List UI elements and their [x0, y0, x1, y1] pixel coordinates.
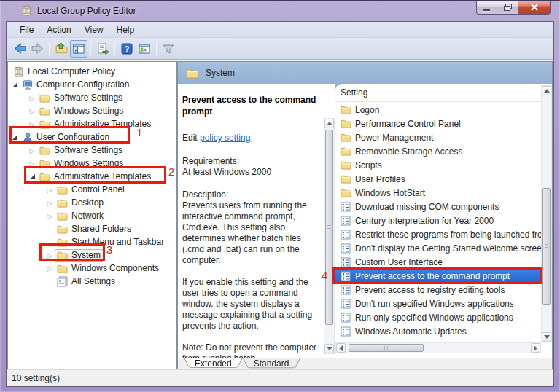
collapse-icon[interactable]	[9, 79, 20, 90]
tree-item-shared-folders[interactable]: Shared Folders	[8, 222, 176, 235]
expand-icon[interactable]: ▷	[27, 144, 37, 156]
list-item-don-t-run-specified-windows-applications[interactable]: Don't run specified Windows applications	[335, 297, 541, 310]
tree-item-administrative-templates[interactable]: ▷Administrative Templates	[8, 117, 176, 130]
expand-icon[interactable]: ▷	[27, 105, 37, 117]
expand-icon[interactable]: ▷	[27, 118, 37, 130]
menu-action[interactable]: Action	[40, 23, 77, 36]
folder-icon	[339, 188, 352, 197]
description-paragraph: If you enable this setting and the user …	[182, 277, 322, 332]
scroll-up-button[interactable]	[542, 86, 551, 95]
filter-button[interactable]	[160, 40, 177, 58]
console-tree-pane[interactable]: Local Computer PolicyComputer Configurat…	[7, 61, 177, 369]
tree-item-software-settings[interactable]: ▷Software Settings	[8, 144, 176, 157]
description-text: Prevents users from running the interact…	[182, 200, 322, 358]
collapse-icon[interactable]	[27, 170, 37, 182]
scroll-right-button[interactable]	[531, 343, 540, 353]
tree-item-desktop[interactable]: ▷Desktop	[8, 196, 176, 209]
tree-item-system[interactable]: ▷System	[8, 248, 176, 262]
help-button[interactable]: ?	[118, 40, 136, 58]
tree-item-administrative-templates[interactable]: Administrative Templates	[8, 170, 176, 183]
description-scrollbar[interactable]	[324, 118, 335, 354]
menu-view[interactable]: View	[78, 23, 110, 36]
folder-icon	[38, 106, 52, 116]
tree-item-label: Desktop	[69, 197, 104, 208]
tab-extended[interactable]: Extended	[184, 358, 243, 370]
back-arrow-icon	[13, 42, 27, 55]
console-tree-toggle-button[interactable]	[70, 40, 88, 58]
list-item-windows-automatic-updates[interactable]: Windows Automatic Updates	[335, 324, 541, 338]
show-window-button[interactable]	[136, 40, 153, 58]
status-bar: 10 setting(s)	[7, 369, 553, 386]
tree-item-start-menu-and-taskbar[interactable]: Start Menu and Taskbar	[8, 235, 176, 248]
minimize-icon	[483, 9, 490, 11]
expand-icon[interactable]: ▷	[27, 92, 37, 103]
close-button[interactable]	[518, 1, 551, 15]
scrollbar-thumb[interactable]	[542, 188, 551, 305]
scroll-up-button[interactable]	[324, 119, 334, 128]
list-item-don-t-display-the-getting-started-welcome-screen[interactable]: Don't display the Getting Started welcom…	[335, 241, 541, 255]
maximize-button[interactable]	[497, 1, 518, 15]
list-item-label: Windows Automatic Updates	[352, 326, 467, 337]
list-item-label: Restrict these programs from being launc…	[352, 230, 541, 240]
scroll-down-button[interactable]	[324, 344, 334, 353]
list-item-removable-storage-access[interactable]: Removable Storage Access	[335, 144, 541, 158]
expand-icon[interactable]: ▷	[44, 197, 55, 208]
list-vertical-scrollbar[interactable]	[541, 85, 552, 342]
list-item-windows-hotstart[interactable]: Windows HotStart	[335, 186, 541, 200]
expand-icon[interactable]: ▷	[44, 262, 55, 274]
tree-item-all-settings[interactable]: All Settings	[8, 275, 176, 288]
tree-item-label: Administrative Templates	[52, 119, 151, 129]
tree-item-network[interactable]: ▷Network	[8, 209, 176, 222]
tree-item-computer-configuration[interactable]: Computer Configuration	[8, 78, 176, 91]
tree-item-label: Computer Configuration	[34, 79, 129, 90]
list-item-performance-control-panel[interactable]: Performance Control Panel	[335, 117, 541, 130]
list-horizontal-scrollbar[interactable]	[335, 342, 541, 353]
list-item-label: User Profiles	[352, 174, 405, 184]
expand-icon[interactable]: ▷	[44, 184, 55, 195]
titlebar[interactable]: Local Group Policy Editor	[0, 1, 560, 21]
back-arrow-button[interactable]	[11, 40, 28, 58]
setting-icon	[339, 243, 352, 254]
computer-icon	[20, 79, 34, 90]
list-item-prevent-access-to-the-command-prompt[interactable]: Prevent access to the command prompt	[335, 269, 541, 283]
tree-item-local-computer-policy[interactable]: Local Computer Policy	[8, 65, 176, 78]
tree-item-software-settings[interactable]: ▷Software Settings	[8, 91, 176, 104]
tab-standard[interactable]: Standard	[243, 358, 300, 370]
expand-icon[interactable]: ▷	[27, 157, 37, 169]
forward-arrow-button[interactable]	[28, 40, 46, 58]
menu-help[interactable]: Help	[110, 23, 141, 36]
list-item-run-only-specified-windows-applications[interactable]: Run only specified Windows applications	[335, 310, 541, 324]
column-header-setting[interactable]: Setting	[335, 84, 552, 102]
list-item-scripts[interactable]: Scripts	[335, 158, 541, 172]
scroll-left-button[interactable]	[336, 343, 346, 353]
tree-item-windows-components[interactable]: ▷Windows Components	[8, 262, 176, 275]
parent-folder-button[interactable]	[52, 40, 70, 58]
setting-icon	[339, 257, 352, 267]
menu-file[interactable]: File	[13, 23, 40, 36]
list-item-century-interpretation-for-year-2000[interactable]: Century interpretation for Year 2000	[335, 213, 541, 227]
tree-item-label: All Settings	[69, 276, 115, 286]
list-item-download-missing-com-components[interactable]: Download missing COM components	[335, 200, 541, 213]
list-item-restrict-these-programs-from-being-launched-from[interactable]: Restrict these programs from being launc…	[335, 227, 541, 241]
scroll-down-button[interactable]	[542, 332, 551, 342]
tree-item-control-panel[interactable]: ▷Control Panel	[8, 183, 176, 196]
scrollbar-thumb[interactable]	[349, 344, 424, 352]
tree-item-label: Local Computer Policy	[26, 66, 115, 77]
policy-setting-link[interactable]: policy setting	[200, 133, 250, 143]
collapse-icon[interactable]	[9, 131, 20, 143]
scrollbar-thumb[interactable]	[325, 130, 333, 325]
expand-icon[interactable]: ▷	[44, 249, 55, 261]
tree-item-windows-settings[interactable]: ▷Windows Settings	[8, 157, 176, 170]
list-item-user-profiles[interactable]: User Profiles	[335, 172, 541, 186]
list-item-power-management[interactable]: Power Management	[335, 130, 541, 144]
status-text: 10 setting(s)	[12, 373, 60, 383]
tree-item-windows-settings[interactable]: ▷Windows Settings	[8, 104, 176, 117]
list-item-custom-user-interface[interactable]: Custom User Interface	[335, 255, 541, 269]
expand-icon[interactable]: ▷	[44, 210, 55, 222]
list-item-prevent-access-to-registry-editing-tools[interactable]: Prevent access to registry editing tools	[335, 283, 541, 297]
list-item-logon[interactable]: Logon	[335, 103, 541, 117]
tree-item-user-configuration[interactable]: User Configuration	[8, 130, 176, 144]
export-list-button[interactable]	[94, 40, 112, 58]
window-body: FileActionViewHelp ? Local Computer Poli…	[6, 21, 554, 387]
minimize-button[interactable]	[476, 1, 497, 15]
